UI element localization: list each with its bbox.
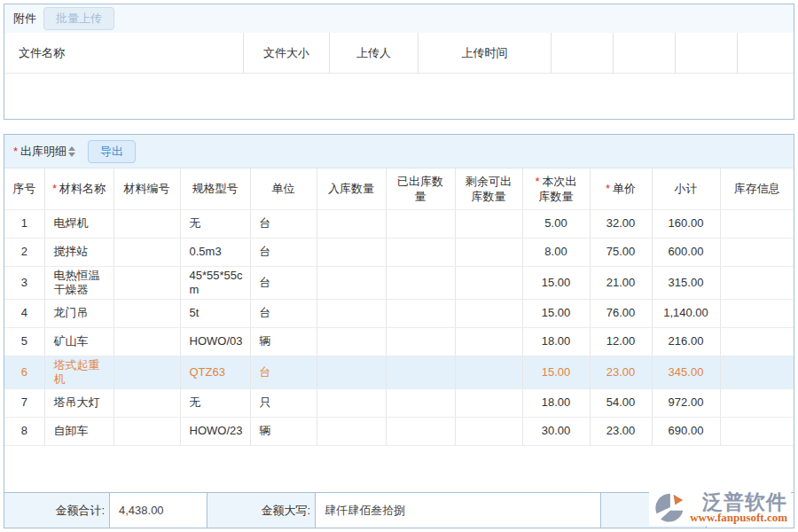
col-header-spec: 规格型号 [180,168,250,209]
cell-price: 21.00 [590,266,652,299]
detail-table: 序号*材料名称材料编号规格型号单位入库数量已出库数量剩余可出库数量*本次出库数量… [4,168,794,446]
cell-name: 搅拌站 [44,238,113,266]
attachment-empty-body [4,74,794,119]
cell-this_qty: 30.00 [522,417,590,445]
cell-no: 4 [4,299,44,327]
detail-row[interactable]: 7塔吊大灯无只18.0054.00972.00 [4,388,794,417]
detail-row[interactable]: 6塔式起重机QTZ63台15.0023.00345.00 [4,356,794,388]
cell-out_qty [386,356,455,388]
outbound-detail-section: * 出库明细 导出 序号*材料名称材料编号规格型号单位入库数量已出库数量剩余可出… [4,134,794,528]
cell-unit: 台 [250,266,317,299]
cell-out_qty [386,209,455,238]
cell-price: 54.00 [590,388,652,417]
total-amount-value: 4,438.00 [109,493,207,528]
cell-stock [720,209,794,238]
attachment-title: 附件 [13,11,36,27]
cell-unit: 台 [250,356,317,388]
cell-name: 自卸车 [44,417,113,445]
cell-remain_qty [455,266,522,299]
cell-out_qty [386,299,455,327]
export-button[interactable]: 导出 [88,140,136,163]
cell-in_qty [317,238,386,266]
col-header-name: *材料名称 [44,168,113,209]
logo-company-name: 泛普软件 [702,492,787,512]
cell-stock [720,327,794,356]
batch-upload-button[interactable]: 批量上传 [43,7,114,30]
cell-stock [720,417,794,445]
cell-name: 龙门吊 [44,299,113,327]
cell-name: 电热恒温干燥器 [44,266,113,299]
col-header-this_qty: *本次出库数量 [522,168,590,209]
cell-name: 塔式起重机 [44,356,113,388]
detail-row[interactable]: 2搅拌站0.5m3台8.0075.00600.00 [4,238,794,266]
required-mark: * [606,182,610,195]
cell-price: 75.00 [590,238,652,266]
cell-code [113,327,180,356]
cell-spec: 无 [180,388,250,417]
col-header-subtotal: 小计 [652,168,720,209]
detail-row[interactable]: 1电焊机无台5.0032.00160.00 [4,209,794,238]
col-header-code: 材料编号 [113,168,180,209]
col-header-stock: 库存信息 [720,168,794,209]
cell-code [113,209,180,238]
cell-stock [720,388,794,417]
attachment-col-empty [676,33,738,73]
cell-remain_qty [455,417,522,445]
cell-unit: 台 [250,299,317,327]
attachment-col-empty [552,33,614,73]
cell-remain_qty [455,209,522,238]
cell-this_qty: 15.00 [522,299,590,327]
cell-name: 塔吊大灯 [44,388,113,417]
cell-in_qty [317,417,386,445]
cell-unit: 台 [250,209,317,238]
attachment-header-row: 文件名称 文件大小 上传人 上传时间 [4,33,794,74]
cell-subtotal: 216.00 [652,327,720,356]
detail-row[interactable]: 5矿山车HOWO/03辆18.0012.00216.00 [4,327,794,356]
cell-subtotal: 315.00 [652,266,720,299]
cell-code [113,417,180,445]
cell-remain_qty [455,356,522,388]
cell-no: 3 [4,266,44,299]
cell-price: 23.00 [590,356,652,388]
fanpu-logo-icon [653,492,686,524]
cell-unit: 只 [250,388,317,417]
col-header-out_qty: 已出库数量 [386,168,455,209]
sort-spinner-icon[interactable] [68,146,75,157]
cell-subtotal: 345.00 [652,356,720,388]
cell-no: 6 [4,356,44,388]
cell-spec: 5t [180,299,250,327]
cell-remain_qty [455,299,522,327]
detail-header-row: 序号*材料名称材料编号规格型号单位入库数量已出库数量剩余可出库数量*本次出库数量… [4,168,794,209]
col-header-no: 序号 [4,168,44,209]
cell-subtotal: 972.00 [652,388,720,417]
cell-subtotal: 160.00 [652,209,720,238]
cell-this_qty: 5.00 [522,209,590,238]
required-mark: * [13,145,18,158]
cell-subtotal: 690.00 [652,417,720,445]
detail-table-body: 1电焊机无台5.0032.00160.002搅拌站0.5m3台8.0075.00… [4,209,794,445]
cell-in_qty [317,356,386,388]
cell-no: 1 [4,209,44,238]
cell-out_qty [386,327,455,356]
cell-in_qty [317,266,386,299]
cell-subtotal: 600.00 [652,238,720,266]
cell-unit: 辆 [250,417,317,445]
cell-stock [720,266,794,299]
cell-no: 7 [4,388,44,417]
detail-empty-space [4,446,794,493]
detail-row[interactable]: 4龙门吊5t台15.0076.001,140.00 [4,299,794,327]
cell-spec: 0.5m3 [180,238,250,266]
attachment-toolbar: 附件 批量上传 [4,4,794,33]
cell-remain_qty [455,327,522,356]
logo-text: 泛普软件 www.fanpusoft.com [690,492,787,524]
cell-in_qty [317,299,386,327]
cell-subtotal: 1,140.00 [652,299,720,327]
detail-toolbar: * 出库明细 导出 [4,135,794,168]
cell-in_qty [317,388,386,417]
cell-spec: 45*55*55cm [180,266,250,299]
detail-row[interactable]: 8自卸车HOWO/23辆30.0023.00690.00 [4,417,794,445]
detail-row[interactable]: 3电热恒温干燥器45*55*55cm台15.0021.00315.00 [4,266,794,299]
cell-remain_qty [455,238,522,266]
cell-price: 12.00 [590,327,652,356]
required-mark: * [535,175,539,188]
